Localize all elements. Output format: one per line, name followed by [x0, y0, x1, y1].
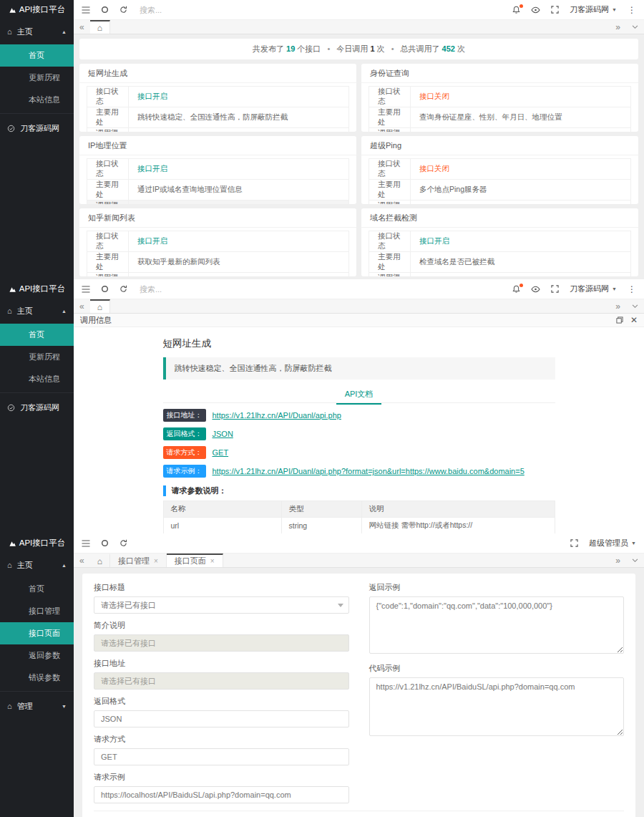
sidebar-item-return-params[interactable]: 返回参数 — [0, 644, 74, 667]
field-label: 接口标题 — [94, 582, 349, 593]
method-value-link[interactable]: GET — [213, 448, 229, 457]
api-card-idcard: 身份证查询 接口状态接口关闭 主要用处查询身份证星座、性别、年月日、地理位置 调… — [361, 64, 638, 132]
eye-icon[interactable] — [531, 286, 540, 293]
status-text: 接口开启 — [137, 92, 167, 100]
user-menu[interactable]: 刀客源码网▼ — [570, 284, 617, 294]
sidebar-item-siteinfo[interactable]: 本站信息 — [0, 368, 74, 390]
tab-interface-manage[interactable]: 接口管理× — [110, 553, 167, 567]
table-row: url string 网站链接 需带http://或者https:// — [163, 518, 555, 534]
card-title: 域名拦截检测 — [361, 208, 638, 228]
tabs-menu-icon[interactable] — [626, 20, 644, 34]
sidebar-item-index[interactable]: 首页 — [0, 578, 74, 600]
tabs-scroll-left[interactable]: « — [74, 553, 90, 567]
sidebar-item-source-site[interactable]: 刀客源码网 — [0, 395, 74, 420]
usage-text: 跳转快速稳定、全国连通性高，防屏蔽防拦截 — [137, 112, 288, 121]
divider — [0, 691, 74, 692]
tabs-scroll-right[interactable]: » — [610, 553, 626, 567]
tab-home[interactable]: ⌂ — [90, 553, 110, 567]
sidebar-item-index[interactable]: 首页 — [0, 44, 74, 67]
app-logo: API接口平台 — [0, 279, 74, 299]
sidebar-item-siteinfo[interactable]: 本站信息 — [0, 89, 74, 111]
code-example-textarea[interactable]: https://v1.21lhz.cn/API/BaiduSL/api.php?… — [369, 677, 625, 736]
return-example-textarea[interactable]: {"code":1,"domain":"qq.com","data":"100,… — [369, 596, 625, 654]
sidebar-item-changelog[interactable]: 更新历程 — [0, 346, 74, 368]
screen-interface-form: API接口平台 ⌂ 主页 ▲ 首页 接口管理 接口页面 返回参数 错误参数 ⌂ … — [0, 533, 644, 817]
notification-dot — [519, 284, 523, 287]
close-tab-icon[interactable]: × — [210, 557, 215, 565]
method-field[interactable] — [94, 748, 349, 765]
refresh-icon[interactable] — [119, 6, 127, 14]
api-card-iplocation: IP地理位置 接口状态接口开启 主要用处通过IP或域名查询地理位置信息 调用渠道… — [79, 136, 356, 204]
clear-cache-icon[interactable] — [101, 6, 109, 14]
tabs-menu-icon[interactable] — [626, 299, 644, 313]
home-icon: ⌂ — [97, 302, 102, 312]
params-table: 名称 类型 说明 url string 网站链接 需带http://或者http… — [163, 501, 555, 533]
api-card-shorturl: 短网址生成 接口状态接口开启 主要用处跳转快速稳定、全国连通性高，防屏蔽防拦截 … — [79, 64, 356, 132]
topbar: 超级管理员▼ — [74, 533, 644, 553]
api-address-link[interactable]: https://v1.21lhz.cn/API/Duanl/api.php — [213, 411, 341, 420]
close-tab-icon[interactable]: × — [154, 557, 158, 565]
example-url-link[interactable]: https://v1.21lhz.cn/API/Duanl/api.php?fo… — [213, 467, 525, 475]
intro-field[interactable] — [94, 634, 349, 652]
tabs-scroll-left[interactable]: « — [74, 20, 90, 34]
field-label: 返回格式 — [94, 696, 349, 707]
fullscreen-icon[interactable] — [551, 6, 559, 14]
status-text: 接口关闭 — [419, 164, 449, 173]
sidebar-item-interface-manage[interactable]: 接口管理 — [0, 600, 74, 622]
sidebar-item-changelog[interactable]: 更新历程 — [0, 67, 74, 89]
request-example-field[interactable] — [94, 786, 349, 803]
params-header-type: 类型 — [281, 501, 361, 518]
tabs-scroll-right[interactable]: » — [610, 20, 626, 34]
fold-menu-icon[interactable] — [82, 540, 90, 547]
app-title: API接口平台 — [19, 284, 66, 294]
bell-icon[interactable] — [512, 6, 520, 14]
more-menu-icon[interactable]: ⋮ — [628, 284, 636, 294]
sidebar-item-error-params[interactable]: 错误参数 — [0, 667, 74, 689]
sidebar-submenu: 首页 更新历程 本站信息 — [0, 324, 74, 390]
screen-dashboard: API接口平台 ⌂ 主页 ▲ 首页 更新历程 本站信息 刀客源码网 — [0, 0, 644, 279]
tab-api-doc[interactable]: API文档 — [336, 385, 382, 405]
fold-menu-icon[interactable] — [82, 6, 90, 14]
refresh-icon[interactable] — [119, 285, 127, 293]
sidebar-item-interface-page[interactable]: 接口页面 — [0, 622, 74, 644]
status-text: 接口开启 — [137, 236, 167, 245]
eye-icon[interactable] — [531, 6, 540, 14]
search-input[interactable] — [138, 284, 231, 294]
clear-cache-icon[interactable] — [101, 539, 109, 547]
fullscreen-icon[interactable] — [551, 285, 559, 293]
doc-field-address: 接口地址： https://v1.21lhz.cn/API/Duanl/api.… — [163, 409, 555, 422]
sidebar-group-home[interactable]: ⌂ 主页 ▲ — [0, 19, 74, 44]
close-icon[interactable]: ✕ — [630, 316, 638, 324]
field-label: 接口地址 — [94, 658, 349, 669]
format-field[interactable] — [94, 710, 349, 727]
more-menu-icon[interactable]: ⋮ — [628, 5, 636, 15]
tabs-menu-icon[interactable] — [626, 553, 644, 567]
sidebar-group-home[interactable]: ⌂ 主页 ▲ — [0, 553, 74, 578]
refresh-icon[interactable] — [119, 539, 127, 547]
fullscreen-icon[interactable] — [570, 539, 578, 547]
restore-window-icon[interactable] — [616, 316, 623, 324]
address-field[interactable] — [94, 672, 349, 690]
interface-title-select[interactable]: 请选择已有接口 — [94, 596, 349, 614]
tabs-scroll-right[interactable]: » — [610, 299, 626, 313]
fold-menu-icon[interactable] — [82, 286, 90, 293]
divider — [0, 113, 74, 114]
tab-home[interactable]: ⌂ — [90, 299, 110, 313]
user-menu[interactable]: 刀客源码网▼ — [570, 4, 617, 15]
format-badge: 返回格式： — [163, 427, 206, 440]
clear-cache-icon[interactable] — [101, 285, 109, 293]
sidebar-item-source-site[interactable]: 刀客源码网 — [0, 116, 74, 141]
stats-bar: 共发布了 19 个接口 • 今日调用 1 次 • 总共调用了 452 次 — [79, 39, 638, 59]
app-logo: API接口平台 — [0, 533, 74, 553]
tab-interface-page[interactable]: 接口页面× — [167, 553, 223, 567]
search-input[interactable] — [138, 5, 231, 15]
sidebar-group-manage[interactable]: ⌂ 管理 ▼ — [0, 694, 74, 719]
format-value-link[interactable]: JSON — [213, 430, 233, 438]
sidebar-group-home[interactable]: ⌂ 主页 ▲ — [0, 299, 74, 324]
bell-icon[interactable] — [512, 285, 520, 294]
modal-title: 调用信息 — [80, 315, 112, 326]
sidebar-item-index[interactable]: 首页 — [0, 324, 74, 346]
user-menu[interactable]: 超级管理员▼ — [589, 538, 636, 548]
tab-home[interactable]: ⌂ — [90, 20, 110, 34]
tabs-scroll-left[interactable]: « — [74, 299, 90, 313]
